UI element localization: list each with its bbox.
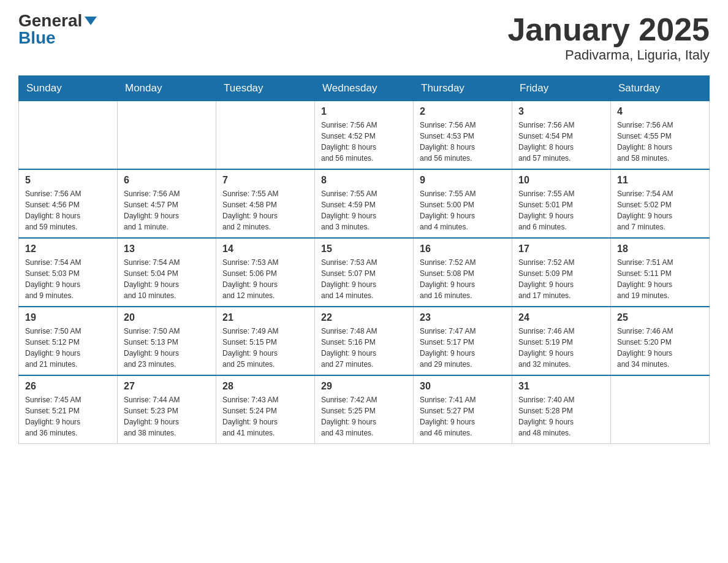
day-info: Sunrise: 7:47 AMSunset: 5:17 PMDaylight:… — [420, 326, 506, 370]
calendar-week-5: 26Sunrise: 7:45 AMSunset: 5:21 PMDayligh… — [19, 375, 710, 444]
day-number: 12 — [25, 243, 111, 255]
calendar-header-row: SundayMondayTuesdayWednesdayThursdayFrid… — [19, 76, 710, 101]
calendar-cell-w4-d1: 19Sunrise: 7:50 AMSunset: 5:12 PMDayligh… — [19, 307, 118, 375]
weekday-header-thursday: Thursday — [414, 76, 512, 101]
weekday-header-sunday: Sunday — [19, 76, 118, 101]
calendar-title: January 2025 — [507, 12, 710, 47]
day-number: 8 — [321, 175, 407, 186]
calendar-cell-w1-d7: 4Sunrise: 7:56 AMSunset: 4:55 PMDaylight… — [611, 101, 710, 170]
calendar-cell-w2-d7: 11Sunrise: 7:54 AMSunset: 5:02 PMDayligh… — [611, 169, 710, 238]
calendar-table: SundayMondayTuesdayWednesdayThursdayFrid… — [18, 75, 710, 444]
logo-arrow-icon — [85, 17, 97, 25]
day-info: Sunrise: 7:42 AMSunset: 5:25 PMDaylight:… — [321, 394, 407, 439]
day-info: Sunrise: 7:43 AMSunset: 5:24 PMDaylight:… — [222, 394, 308, 439]
weekday-header-saturday: Saturday — [611, 76, 710, 101]
calendar-cell-w4-d3: 21Sunrise: 7:49 AMSunset: 5:15 PMDayligh… — [216, 307, 315, 375]
calendar-cell-w4-d6: 24Sunrise: 7:46 AMSunset: 5:19 PMDayligh… — [512, 307, 611, 375]
day-info: Sunrise: 7:55 AMSunset: 4:59 PMDaylight:… — [321, 188, 407, 232]
day-info: Sunrise: 7:56 AMSunset: 4:52 PMDaylight:… — [321, 120, 407, 164]
calendar-week-4: 19Sunrise: 7:50 AMSunset: 5:12 PMDayligh… — [19, 307, 710, 375]
day-number: 14 — [222, 243, 308, 255]
day-info: Sunrise: 7:49 AMSunset: 5:15 PMDaylight:… — [222, 326, 308, 370]
day-number: 2 — [420, 106, 506, 117]
calendar-cell-w4-d5: 23Sunrise: 7:47 AMSunset: 5:17 PMDayligh… — [414, 307, 512, 375]
day-number: 23 — [420, 312, 506, 323]
day-number: 26 — [25, 381, 111, 392]
day-info: Sunrise: 7:55 AMSunset: 5:00 PMDaylight:… — [420, 188, 506, 232]
day-info: Sunrise: 7:56 AMSunset: 4:56 PMDaylight:… — [25, 188, 111, 232]
calendar-cell-w5-d7 — [611, 375, 710, 444]
calendar-cell-w5-d4: 29Sunrise: 7:42 AMSunset: 5:25 PMDayligh… — [315, 375, 414, 444]
day-info: Sunrise: 7:51 AMSunset: 5:11 PMDaylight:… — [617, 257, 703, 301]
calendar-cell-w5-d6: 31Sunrise: 7:40 AMSunset: 5:28 PMDayligh… — [512, 375, 611, 444]
day-info: Sunrise: 7:55 AMSunset: 4:58 PMDaylight:… — [222, 188, 308, 232]
day-number: 18 — [617, 243, 703, 255]
calendar-cell-w5-d2: 27Sunrise: 7:44 AMSunset: 5:23 PMDayligh… — [118, 375, 216, 444]
day-number: 7 — [222, 175, 308, 186]
day-number: 19 — [25, 312, 111, 323]
day-number: 29 — [321, 381, 407, 392]
weekday-header-friday: Friday — [512, 76, 611, 101]
calendar-cell-w1-d4: 1Sunrise: 7:56 AMSunset: 4:52 PMDaylight… — [315, 101, 414, 170]
calendar-week-3: 12Sunrise: 7:54 AMSunset: 5:03 PMDayligh… — [19, 238, 710, 307]
day-number: 22 — [321, 312, 407, 323]
calendar-cell-w3-d3: 14Sunrise: 7:53 AMSunset: 5:06 PMDayligh… — [216, 238, 315, 307]
day-info: Sunrise: 7:44 AMSunset: 5:23 PMDaylight:… — [124, 394, 210, 439]
day-number: 15 — [321, 243, 407, 255]
page-header: General Blue January 2025 Padivarma, Lig… — [18, 12, 710, 63]
day-info: Sunrise: 7:52 AMSunset: 5:09 PMDaylight:… — [518, 257, 604, 301]
day-info: Sunrise: 7:56 AMSunset: 4:54 PMDaylight:… — [518, 120, 604, 164]
calendar-cell-w2-d1: 5Sunrise: 7:56 AMSunset: 4:56 PMDaylight… — [19, 169, 118, 238]
calendar-cell-w3-d4: 15Sunrise: 7:53 AMSunset: 5:07 PMDayligh… — [315, 238, 414, 307]
day-info: Sunrise: 7:55 AMSunset: 5:01 PMDaylight:… — [518, 188, 604, 232]
calendar-cell-w5-d3: 28Sunrise: 7:43 AMSunset: 5:24 PMDayligh… — [216, 375, 315, 444]
day-info: Sunrise: 7:54 AMSunset: 5:02 PMDaylight:… — [617, 188, 703, 232]
logo-blue-text: Blue — [18, 29, 56, 47]
day-number: 24 — [518, 312, 604, 323]
day-number: 4 — [617, 106, 703, 117]
day-number: 1 — [321, 106, 407, 117]
logo: General Blue — [18, 12, 97, 47]
day-number: 10 — [518, 175, 604, 186]
day-number: 9 — [420, 175, 506, 186]
day-number: 30 — [420, 381, 506, 392]
day-number: 17 — [518, 243, 604, 255]
day-number: 5 — [25, 175, 111, 186]
calendar-cell-w2-d6: 10Sunrise: 7:55 AMSunset: 5:01 PMDayligh… — [512, 169, 611, 238]
day-info: Sunrise: 7:56 AMSunset: 4:57 PMDaylight:… — [124, 188, 210, 232]
day-number: 16 — [420, 243, 506, 255]
calendar-cell-w1-d6: 3Sunrise: 7:56 AMSunset: 4:54 PMDaylight… — [512, 101, 611, 170]
day-info: Sunrise: 7:46 AMSunset: 5:19 PMDaylight:… — [518, 326, 604, 370]
calendar-cell-w1-d5: 2Sunrise: 7:56 AMSunset: 4:53 PMDaylight… — [414, 101, 512, 170]
calendar-cell-w1-d1 — [19, 101, 118, 170]
calendar-cell-w3-d2: 13Sunrise: 7:54 AMSunset: 5:04 PMDayligh… — [118, 238, 216, 307]
day-info: Sunrise: 7:45 AMSunset: 5:21 PMDaylight:… — [25, 394, 111, 439]
day-info: Sunrise: 7:50 AMSunset: 5:12 PMDaylight:… — [25, 326, 111, 370]
day-number: 20 — [124, 312, 210, 323]
day-number: 11 — [617, 175, 703, 186]
day-number: 31 — [518, 381, 604, 392]
calendar-cell-w3-d6: 17Sunrise: 7:52 AMSunset: 5:09 PMDayligh… — [512, 238, 611, 307]
day-number: 13 — [124, 243, 210, 255]
calendar-cell-w3-d1: 12Sunrise: 7:54 AMSunset: 5:03 PMDayligh… — [19, 238, 118, 307]
day-info: Sunrise: 7:54 AMSunset: 5:04 PMDaylight:… — [124, 257, 210, 301]
calendar-cell-w2-d4: 8Sunrise: 7:55 AMSunset: 4:59 PMDaylight… — [315, 169, 414, 238]
calendar-cell-w5-d5: 30Sunrise: 7:41 AMSunset: 5:27 PMDayligh… — [414, 375, 512, 444]
day-info: Sunrise: 7:52 AMSunset: 5:08 PMDaylight:… — [420, 257, 506, 301]
calendar-cell-w2-d5: 9Sunrise: 7:55 AMSunset: 5:00 PMDaylight… — [414, 169, 512, 238]
day-info: Sunrise: 7:53 AMSunset: 5:07 PMDaylight:… — [321, 257, 407, 301]
day-info: Sunrise: 7:53 AMSunset: 5:06 PMDaylight:… — [222, 257, 308, 301]
calendar-week-1: 1Sunrise: 7:56 AMSunset: 4:52 PMDaylight… — [19, 101, 710, 170]
calendar-cell-w1-d3 — [216, 101, 315, 170]
calendar-cell-w3-d7: 18Sunrise: 7:51 AMSunset: 5:11 PMDayligh… — [611, 238, 710, 307]
weekday-header-monday: Monday — [118, 76, 216, 101]
day-number: 21 — [222, 312, 308, 323]
title-block: January 2025 Padivarma, Liguria, Italy — [507, 12, 710, 63]
weekday-header-tuesday: Tuesday — [216, 76, 315, 101]
calendar-cell-w1-d2 — [118, 101, 216, 170]
day-number: 6 — [124, 175, 210, 186]
calendar-cell-w2-d2: 6Sunrise: 7:56 AMSunset: 4:57 PMDaylight… — [118, 169, 216, 238]
logo-general-text: General — [18, 12, 82, 29]
calendar-cell-w3-d5: 16Sunrise: 7:52 AMSunset: 5:08 PMDayligh… — [414, 238, 512, 307]
day-info: Sunrise: 7:48 AMSunset: 5:16 PMDaylight:… — [321, 326, 407, 370]
